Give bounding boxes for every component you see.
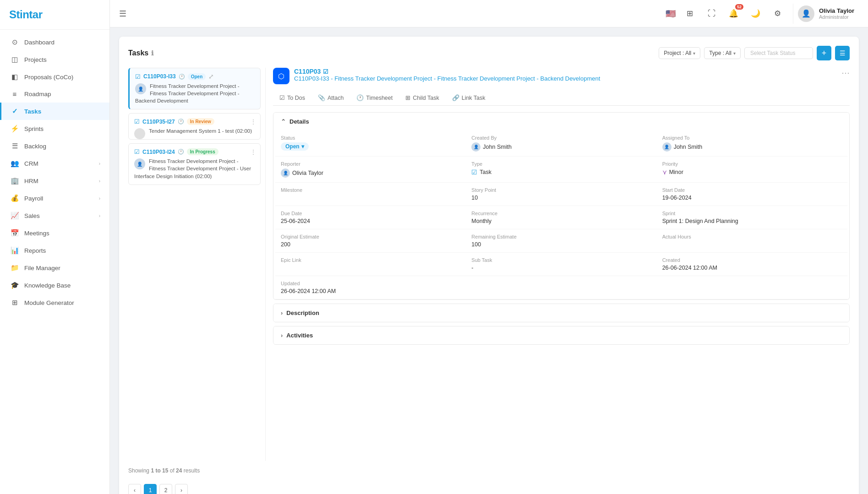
- status-placeholder: Select Task Status: [750, 50, 796, 56]
- tab-label-child-task: Child Task: [413, 95, 439, 101]
- created-label: Created: [662, 257, 842, 263]
- description-section-header[interactable]: › Description: [273, 304, 849, 322]
- sidebar-item-sales[interactable]: 📈 Sales ›: [0, 207, 109, 224]
- tab-label-timesheet: Timesheet: [366, 95, 393, 101]
- prev-page-button[interactable]: ‹: [128, 484, 141, 494]
- next-page-button[interactable]: ›: [175, 484, 188, 494]
- tab-label-attach: Attach: [328, 95, 344, 101]
- more-options-icon[interactable]: ⋮: [250, 118, 257, 125]
- sidebar-item-meetings[interactable]: 📅 Meetings: [0, 224, 109, 242]
- nav-label-module-generator: Module Generator: [24, 299, 100, 306]
- sidebar-item-projects[interactable]: ◫ Projects: [0, 51, 109, 68]
- expand-icon-btn[interactable]: ⛶: [704, 6, 720, 22]
- sidebar-item-dashboard[interactable]: ⊙ Dashboard: [0, 33, 109, 51]
- task-card[interactable]: ☑ C110P35-I27 🕐 In Review Tender Managem…: [128, 113, 261, 140]
- list-view-button[interactable]: ☰: [835, 46, 850, 60]
- theme-toggle-btn[interactable]: 🌙: [748, 6, 764, 22]
- start-date-field: Start Date 19-06-2024: [657, 183, 847, 206]
- story-point-label: Story Point: [471, 187, 651, 193]
- sidebar-item-roadmap[interactable]: ≡ Roadmap: [0, 86, 109, 103]
- priority-icon: ⋎: [662, 168, 667, 176]
- checkbox-icon: ☑: [135, 73, 141, 80]
- sidebar-item-payroll[interactable]: 💰 Payroll ›: [0, 190, 109, 207]
- task-card[interactable]: ☑ C110P03-I24 🕐 In Progress 👤 Fitness Tr…: [128, 143, 261, 185]
- chevron-right-icon: ›: [281, 309, 283, 316]
- detail-title-area: C110P03 ☑ C110P03-I33 - Fitness Tracker …: [294, 68, 837, 82]
- task-id: C110P03-I33: [143, 73, 176, 80]
- task-list: ☑ C110P03-I33 🕐 Open ⤢ 👤 Fitness Tracker…: [128, 68, 266, 461]
- tab-link-task[interactable]: 🔗 Link Task: [446, 91, 492, 106]
- epic-link-label: Epic Link: [281, 257, 460, 263]
- language-flag[interactable]: 🇺🇸: [666, 9, 676, 19]
- chevron-up-icon: ⌃: [281, 118, 286, 125]
- status-field: Status Open ▾: [275, 130, 466, 157]
- nav-label-reports: Reports: [24, 247, 100, 254]
- nav-label-hrm: HRM: [24, 178, 93, 185]
- sidebar-item-file-manager[interactable]: 📁 File Manager: [0, 259, 109, 277]
- tab-child-task[interactable]: ⊞ Child Task: [399, 91, 445, 106]
- status-select[interactable]: Select Task Status: [744, 47, 813, 59]
- tab-todos[interactable]: ☑ To Dos: [273, 91, 311, 106]
- task-id: C110P03-I24: [142, 149, 175, 155]
- sidebar-item-proposals[interactable]: ◧ Proposals (CoCo): [0, 68, 109, 86]
- sidebar-item-hrm[interactable]: 🏢 HRM ›: [0, 172, 109, 190]
- nav-label-knowledge-base: Knowledge Base: [24, 282, 100, 289]
- activities-label: Activities: [286, 332, 313, 339]
- tab-attach[interactable]: 📎 Attach: [311, 91, 350, 106]
- status-badge[interactable]: Open ▾: [281, 142, 309, 151]
- type-label: Type: [471, 161, 651, 167]
- activities-section-header[interactable]: › Activities: [273, 326, 849, 344]
- more-options-button[interactable]: ⋯: [841, 68, 850, 78]
- created-value: 26-06-2024 12:00 AM: [662, 265, 842, 271]
- upload-icon: ⤢: [208, 73, 214, 80]
- nav-label-projects: Projects: [24, 56, 100, 63]
- sidebar-item-reports[interactable]: 📊 Reports: [0, 242, 109, 259]
- sidebar: Stintar ⊙ Dashboard ◫ Projects ◧ Proposa…: [0, 0, 110, 494]
- tab-label-link-task: Link Task: [462, 95, 486, 101]
- type-filter-dropdown[interactable]: Type : All ▾: [704, 47, 741, 59]
- sidebar-item-module-generator[interactable]: ⊞ Module Generator: [0, 294, 109, 311]
- sidebar-item-knowledge-base[interactable]: 🎓 Knowledge Base: [0, 277, 109, 294]
- sidebar-item-backlog[interactable]: ☰ Backlog: [0, 137, 109, 155]
- details-content: Status Open ▾ Created By: [273, 130, 849, 299]
- task-card[interactable]: ☑ C110P03-I33 🕐 Open ⤢ 👤 Fitness Tracker…: [128, 68, 261, 109]
- more-options-icon[interactable]: ⋮: [250, 148, 257, 156]
- link-task-icon: 🔗: [452, 94, 459, 101]
- page-1-button[interactable]: 1: [144, 484, 157, 494]
- type-value: ☑ Task: [471, 168, 651, 176]
- due-date-value: 25-06-2024: [281, 218, 460, 224]
- content-area: Tasks ℹ Project : All ▾ Type : All ▾ Sel…: [110, 27, 868, 494]
- grid-icon-btn[interactable]: ⊞: [682, 6, 698, 22]
- remaining-estimate-value: 100: [471, 241, 651, 248]
- nav-icon-module-generator: ⊞: [11, 299, 19, 307]
- header-icons: 🇺🇸 ⊞ ⛶ 🔔 52 🌙 ⚙: [666, 6, 786, 22]
- sidebar-item-crm[interactable]: 👥 CRM ›: [0, 155, 109, 172]
- nav-label-file-manager: File Manager: [24, 265, 100, 271]
- sidebar-item-sprints[interactable]: ⚡ Sprints: [0, 120, 109, 137]
- nav-icon-file-manager: 📁: [11, 264, 19, 272]
- page-2-button[interactable]: 2: [159, 484, 172, 494]
- sidebar-item-tasks[interactable]: ✓ Tasks: [0, 103, 109, 120]
- details-section-label: Details: [289, 118, 309, 125]
- sprint-label: Sprint: [662, 211, 842, 216]
- notification-badge: 52: [735, 4, 743, 10]
- header: ☰ 🇺🇸 ⊞ ⛶ 🔔 52 🌙 ⚙ 👤 Olivia Taylor Admini…: [110, 0, 868, 27]
- type-filter-label: Type : All: [709, 50, 732, 56]
- dropbox-icon: ⬡: [273, 68, 289, 84]
- assigned-to-value: 👤 John Smith: [662, 142, 842, 152]
- priority-label: Priority: [662, 161, 842, 167]
- menu-toggle-icon[interactable]: ☰: [119, 9, 126, 19]
- story-point-field: Story Point 10: [466, 183, 656, 206]
- notification-icon-btn[interactable]: 🔔 52: [726, 6, 742, 22]
- project-filter-dropdown[interactable]: Project : All ▾: [659, 47, 700, 59]
- nav-icon-knowledge-base: 🎓: [11, 281, 19, 289]
- nav-icon-sprints: ⚡: [11, 125, 19, 133]
- add-task-button[interactable]: +: [817, 46, 831, 60]
- tab-timesheet[interactable]: 🕐 Timesheet: [350, 91, 399, 106]
- nav-icon-payroll: 💰: [11, 194, 19, 202]
- settings-icon-btn[interactable]: ⚙: [770, 6, 786, 22]
- user-profile[interactable]: 👤 Olivia Taylor Administrator: [793, 4, 859, 24]
- updated-label: Updated: [281, 281, 460, 286]
- reporter-value: 👤 Olivia Taylor: [281, 168, 460, 178]
- details-section-header[interactable]: ⌃ Details: [273, 113, 849, 130]
